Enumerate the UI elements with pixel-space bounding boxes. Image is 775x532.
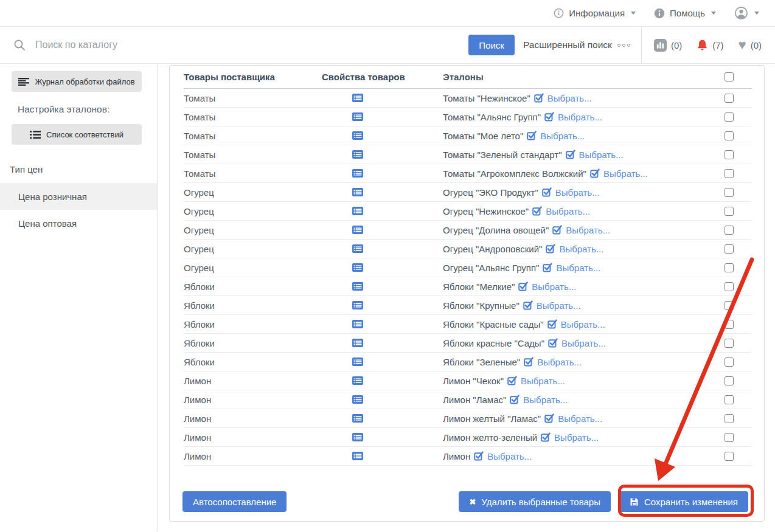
price-type-item[interactable]: Цена розничная <box>0 183 157 210</box>
checked-box-icon <box>510 395 520 404</box>
automatch-button[interactable]: Автосопоставление <box>182 491 287 512</box>
row-checkbox[interactable] <box>725 339 734 348</box>
table-row: Лимон Лимон "Ламас" Выбрать... <box>184 390 752 409</box>
table-row: Яблоки Яблоки "Красные сады" Выбрать... <box>184 315 752 334</box>
choose-etalon-link[interactable]: Выбрать... <box>559 244 603 254</box>
search-button[interactable]: Поиск <box>468 35 515 55</box>
table-header-row: Товары поставщика Свойства товаров Этало… <box>184 66 752 89</box>
product-properties-icon[interactable] <box>352 452 363 460</box>
row-checkbox[interactable] <box>725 169 734 178</box>
file-journal-label: Журнал обработки файлов <box>35 77 134 86</box>
heart-icon: ♥ <box>739 38 746 52</box>
choose-etalon-link[interactable]: Выбрать... <box>603 168 648 179</box>
choose-etalon-link[interactable]: Выбрать... <box>566 225 610 235</box>
reports-count: (0) <box>671 40 682 50</box>
checked-box-icon <box>547 319 557 329</box>
row-checkbox[interactable] <box>725 395 734 404</box>
reports-counter[interactable]: (0) <box>654 39 682 52</box>
supplier-product-name: Томаты <box>184 131 322 141</box>
choose-etalon-link[interactable]: Выбрать... <box>561 338 606 348</box>
row-checkbox[interactable] <box>725 282 734 291</box>
select-all-checkbox[interactable] <box>725 72 734 81</box>
search-bar: Поиск Расширенный поиск (0) (7) ♥ (0) <box>0 27 775 64</box>
row-checkbox[interactable] <box>725 376 734 385</box>
advanced-search-link[interactable]: Расширенный поиск <box>523 40 612 50</box>
product-properties-icon[interactable] <box>352 395 363 404</box>
table-row: Яблоки Яблоки "Зеленые" Выбрать... <box>184 353 752 371</box>
product-properties-icon[interactable] <box>352 131 363 140</box>
help-menu[interactable]: Помощь <box>654 8 716 19</box>
product-properties-icon[interactable] <box>352 414 363 423</box>
row-checkbox[interactable] <box>725 150 734 159</box>
choose-etalon-link[interactable]: Выбрать... <box>537 357 582 367</box>
row-checkbox[interactable] <box>725 207 734 216</box>
choose-etalon-link[interactable]: Выбрать... <box>579 150 624 160</box>
col-header-properties: Свойства товаров <box>322 72 443 82</box>
row-checkbox[interactable] <box>725 263 734 272</box>
choose-etalon-link[interactable]: Выбрать... <box>558 413 602 424</box>
info-menu[interactable]: Информация <box>554 8 636 18</box>
search-input[interactable] <box>35 40 468 50</box>
notifications-counter[interactable]: (7) <box>697 39 723 52</box>
choose-etalon-link[interactable]: Выбрать... <box>555 187 600 198</box>
product-properties-icon[interactable] <box>352 244 363 253</box>
choose-etalon-link[interactable]: Выбрать... <box>540 131 585 141</box>
checked-box-icon <box>590 168 600 178</box>
product-properties-icon[interactable] <box>352 150 363 159</box>
product-properties-icon[interactable] <box>352 188 363 196</box>
choose-etalon-link[interactable]: Выбрать... <box>561 319 605 330</box>
choose-etalon-link[interactable]: Выбрать... <box>556 263 600 273</box>
more-dots-icon[interactable] <box>617 44 630 47</box>
row-checkbox[interactable] <box>725 226 734 235</box>
product-properties-icon[interactable] <box>352 169 363 178</box>
choose-etalon-link[interactable]: Выбрать... <box>487 451 532 461</box>
etalon-name: Томаты "Агрокомплекс Волжский" <box>443 168 586 179</box>
product-properties-icon[interactable] <box>352 376 363 385</box>
favorites-counter[interactable]: ♥ (0) <box>739 38 762 52</box>
save-changes-button[interactable]: Сохранить изменения <box>619 491 748 512</box>
product-properties-icon[interactable] <box>352 433 363 441</box>
row-checkbox[interactable] <box>725 301 734 310</box>
match-list-button[interactable]: Список соответствий <box>12 124 142 145</box>
product-properties-icon[interactable] <box>352 207 363 215</box>
row-checkbox[interactable] <box>725 131 734 140</box>
product-properties-icon[interactable] <box>352 226 363 234</box>
row-checkbox[interactable] <box>725 358 734 367</box>
choose-etalon-link[interactable]: Выбрать... <box>532 282 576 292</box>
table-row: Томаты Томаты "Зеленый стандарт" Выбрат <box>184 145 752 164</box>
table-row: Огурец Огурец "Долина овощей" Выбрать.. <box>184 221 752 240</box>
file-journal-button[interactable]: Журнал обработки файлов <box>12 71 142 92</box>
product-properties-icon[interactable] <box>352 263 363 272</box>
table-row: Огурец Огурец "ЭКО Продукт" Выбрать... <box>184 183 752 202</box>
table-row: Лимон Лимон "Чекок" Выбрать... <box>184 371 752 390</box>
row-checkbox[interactable] <box>725 112 734 122</box>
product-properties-icon[interactable] <box>352 320 363 328</box>
product-properties-icon[interactable] <box>352 282 363 291</box>
row-checkbox[interactable] <box>725 244 734 254</box>
row-checkbox[interactable] <box>725 414 734 423</box>
choose-etalon-link[interactable]: Выбрать... <box>547 93 592 103</box>
supplier-product-name: Лимон <box>184 395 322 405</box>
choose-etalon-link[interactable]: Выбрать... <box>521 376 565 386</box>
product-properties-icon[interactable] <box>352 358 363 366</box>
product-properties-icon[interactable] <box>352 112 363 121</box>
row-checkbox[interactable] <box>725 433 734 442</box>
product-properties-icon[interactable] <box>352 339 363 347</box>
product-properties-icon[interactable] <box>352 301 363 309</box>
row-checkbox[interactable] <box>725 94 734 103</box>
choose-etalon-link[interactable]: Выбрать... <box>537 300 581 311</box>
choose-etalon-link[interactable]: Выбрать... <box>554 432 599 443</box>
matching-table-card: Товары поставщика Свойства товаров Этало… <box>169 65 765 522</box>
row-checkbox[interactable] <box>725 452 734 461</box>
row-checkbox[interactable] <box>725 188 734 197</box>
choose-etalon-link[interactable]: Выбрать... <box>546 206 590 216</box>
table-row: Томаты Томаты "Альянс Групп" Выбрать... <box>184 108 752 126</box>
choose-etalon-link[interactable]: Выбрать... <box>558 112 602 122</box>
product-properties-icon[interactable] <box>352 94 363 102</box>
etalon-name: Лимон желто-зеленый <box>443 432 537 443</box>
choose-etalon-link[interactable]: Выбрать... <box>523 395 568 405</box>
delete-selected-button[interactable]: ✖ Удалить выбранные товары <box>459 491 611 512</box>
price-type-item[interactable]: Цена оптовая <box>0 210 157 237</box>
row-checkbox[interactable] <box>725 320 734 329</box>
user-menu[interactable] <box>734 6 759 20</box>
